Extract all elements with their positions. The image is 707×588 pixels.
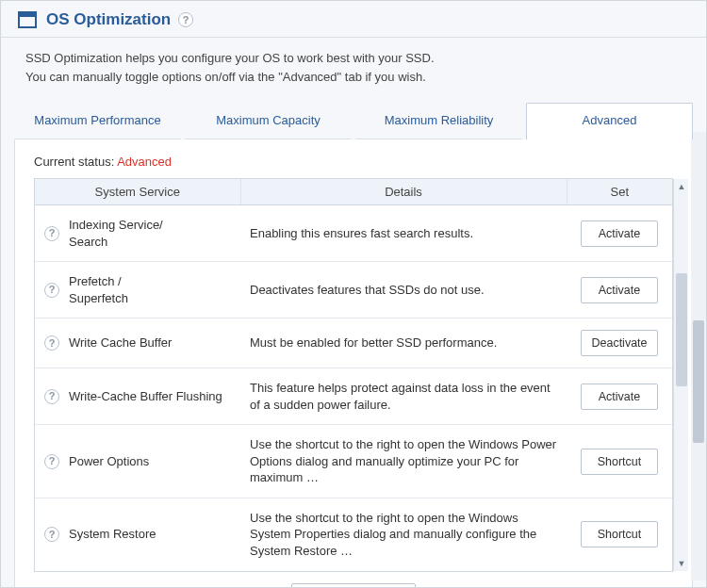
service-details: Use the shortcut to the right to open th… [240, 425, 567, 498]
table-row: ?Power OptionsUse the shortcut to the ri… [35, 425, 672, 498]
shortcut-button[interactable]: Shortcut [581, 449, 658, 475]
table-row: ?Write Cache BufferMust be enabled for b… [35, 318, 672, 368]
service-name: Indexing Service/ Search [69, 217, 163, 250]
service-details: Use the shortcut to the right to open th… [240, 498, 567, 570]
services-grid: System Service Details Set ?Indexing Ser… [34, 178, 673, 572]
table-row: ?System RestoreUse the shortcut to the r… [35, 498, 672, 570]
tab-panel-advanced: Current status: Advanced System Service … [14, 139, 693, 588]
service-details: This feature helps protect against data … [240, 368, 567, 425]
service-name: System Restore [69, 526, 156, 543]
row-help-icon[interactable]: ? [44, 283, 59, 298]
apply-all-button[interactable]: Apply All [291, 583, 416, 588]
service-details: Enabling this ensures fast search result… [240, 205, 567, 262]
activate-button[interactable]: Activate [581, 277, 658, 303]
scroll-down-icon[interactable]: ▼ [674, 556, 689, 571]
service-name: Prefetch / Superfetch [69, 273, 128, 306]
tab-advanced[interactable]: Advanced [526, 103, 693, 139]
intro-line-1: SSD Optimization helps you configure you… [25, 49, 682, 68]
status-line: Current status: Advanced [34, 155, 673, 169]
help-icon[interactable]: ? [178, 12, 193, 27]
deactivate-button[interactable]: Deactivate [581, 330, 658, 356]
window-scroll-handle[interactable] [693, 320, 704, 443]
page-header: OS Optimization ? [1, 1, 706, 38]
shortcut-button[interactable]: Shortcut [581, 521, 658, 547]
row-help-icon[interactable]: ? [44, 335, 59, 351]
service-name: Write-Cache Buffer Flushing [69, 388, 222, 405]
tab-max-reliability[interactable]: Maximum Reliability [355, 103, 522, 139]
service-details: Must be enabled for better SSD performan… [240, 318, 567, 368]
col-header-service: System Service [35, 179, 240, 205]
intro-line-2: You can manually toggle options on/off v… [25, 68, 682, 87]
intro-text: SSD Optimization helps you configure you… [1, 38, 706, 103]
window-scrollbar[interactable] [691, 132, 706, 580]
row-help-icon[interactable]: ? [44, 454, 59, 469]
table-row: ?Indexing Service/ SearchEnabling this e… [35, 205, 672, 262]
col-header-set: Set [567, 179, 672, 205]
activate-button[interactable]: Activate [581, 220, 658, 247]
page-title: OS Optimization [46, 10, 171, 29]
row-help-icon[interactable]: ? [44, 226, 59, 241]
tab-max-performance[interactable]: Maximum Performance [14, 103, 181, 139]
status-label: Current status: [34, 155, 117, 169]
status-value: Advanced [117, 155, 172, 169]
row-help-icon[interactable]: ? [44, 389, 59, 404]
grid-scrollbar[interactable]: ▲ ▼ [673, 179, 688, 571]
service-details: Deactivates features that SSDs do not us… [240, 262, 567, 318]
scroll-handle[interactable] [676, 273, 687, 386]
table-row: ?Prefetch / SuperfetchDeactivates featur… [35, 262, 672, 318]
apply-row: Apply All [34, 572, 673, 588]
col-header-details: Details [240, 179, 567, 205]
scroll-up-icon[interactable]: ▲ [674, 179, 689, 194]
tab-max-capacity[interactable]: Maximum Capacity [185, 103, 352, 139]
table-row: ?Write-Cache Buffer FlushingThis feature… [35, 368, 672, 425]
window-icon [18, 11, 37, 28]
activate-button[interactable]: Activate [581, 384, 658, 410]
service-name: Power Options [69, 453, 149, 470]
row-help-icon[interactable]: ? [44, 527, 59, 542]
service-name: Write Cache Buffer [69, 335, 172, 351]
tab-bar: Maximum Performance Maximum Capacity Max… [1, 103, 706, 139]
